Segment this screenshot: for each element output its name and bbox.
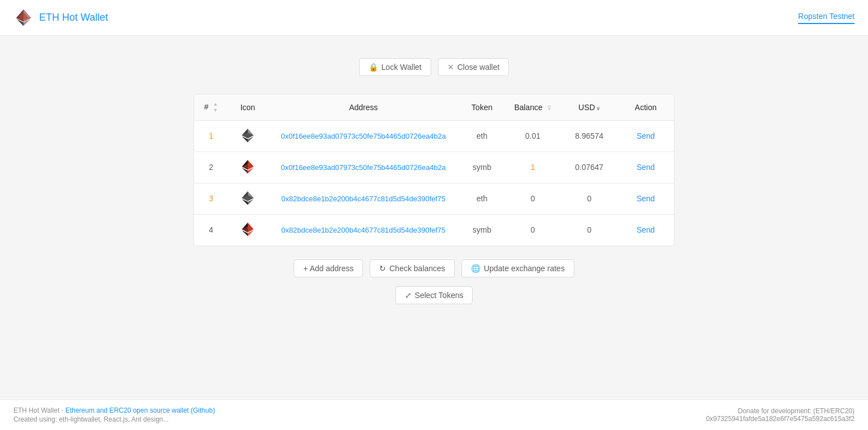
sort-up-icon[interactable]: ▲: [213, 101, 218, 107]
select-tokens-label: Select Tokens: [415, 291, 464, 300]
network-selector[interactable]: Ropsten Testnet: [798, 12, 855, 24]
eth-icon: [240, 190, 256, 206]
send-button[interactable]: Send: [636, 131, 655, 140]
balance-filter-icon[interactable]: ⊽: [547, 105, 551, 111]
address-link[interactable]: 0x0f16ee8e93ad07973c50fe75b4465d0726ea4b…: [281, 132, 446, 140]
lock-wallet-button[interactable]: 🔒 Lock Wallet: [359, 58, 431, 76]
row-balance: 0.01: [504, 120, 561, 152]
row-usd: 0: [561, 183, 617, 214]
usd-caret-icon: ∨: [596, 105, 600, 111]
col-header-address: Address: [267, 94, 459, 120]
row-num: 2: [194, 152, 228, 183]
row-balance: 0: [504, 183, 561, 214]
table-row: 2 0x0f16ee8e93ad07973c50fe75b4465d0726ea…: [194, 152, 674, 183]
send-button[interactable]: Send: [636, 194, 655, 203]
row-usd: 0: [561, 214, 617, 245]
row-action: Send: [617, 152, 674, 183]
footer-left-line1: ETH Hot Wallet - Ethereum and ERC20 open…: [13, 407, 215, 414]
update-rates-label: Update exchange rates: [484, 264, 565, 273]
globe-icon: 🌐: [471, 264, 480, 273]
sort-num-icons[interactable]: ▲ ▼: [213, 101, 218, 114]
app-title: ETH Hot Wallet: [39, 12, 108, 23]
address-link[interactable]: 0x82bdce8e1b2e200b4c4677c81d5d54de390fef…: [281, 226, 446, 234]
row-usd: 0.07647: [561, 152, 617, 183]
bottom-action-buttons: + Add address ↻ Check balances 🌐 Update …: [294, 259, 574, 277]
check-balances-button[interactable]: ↻ Check balances: [370, 259, 455, 277]
col-header-icon: Icon: [228, 94, 268, 120]
address-link[interactable]: 0x0f16ee8e93ad07973c50fe75b4465d0726ea4b…: [281, 163, 446, 172]
col-header-num: # ▲ ▼: [194, 94, 228, 120]
select-tokens-button[interactable]: ⤢ Select Tokens: [395, 286, 473, 304]
footer-right: Donate for development: (ETH/ERC20) 0x97…: [706, 407, 855, 423]
network-underline: [798, 23, 855, 24]
footer-left-text: ETH Hot Wallet -: [13, 407, 65, 414]
row-token: symb: [459, 214, 504, 245]
row-num: 3: [194, 183, 228, 214]
close-wallet-label: Close wallet: [457, 63, 499, 72]
lock-icon: 🔒: [369, 63, 378, 72]
footer-github-link[interactable]: Ethereum and ERC20 open source wallet (G…: [65, 407, 215, 414]
check-balances-label: Check balances: [389, 264, 445, 273]
send-button[interactable]: Send: [636, 163, 655, 172]
close-wallet-button[interactable]: ✕ Close wallet: [438, 58, 509, 76]
table-header-row: # ▲ ▼ Icon Address Token Balance ⊽ U: [194, 94, 674, 120]
col-header-token: Token: [459, 94, 504, 120]
row-address[interactable]: 0x82bdce8e1b2e200b4c4677c81d5d54de390fef…: [267, 183, 459, 214]
refresh-icon: ↻: [379, 264, 386, 273]
footer-left: ETH Hot Wallet - Ethereum and ERC20 open…: [13, 407, 215, 423]
footer-donate-address: 0x97325941fafde5a182e6f7e5475a592ac615a3…: [706, 415, 855, 423]
lock-wallet-label: Lock Wallet: [381, 63, 422, 72]
row-icon: [228, 183, 268, 214]
address-link[interactable]: 0x82bdce8e1b2e200b4c4677c81d5d54de390fef…: [281, 195, 446, 203]
table-row: 1 0x0f16ee8e93ad07973c50fe75b4465d0726ea…: [194, 120, 674, 152]
row-token: eth: [459, 120, 504, 152]
row-num: 4: [194, 214, 228, 245]
send-button[interactable]: Send: [636, 225, 655, 234]
network-label[interactable]: Ropsten Testnet: [798, 12, 855, 21]
row-token: symb: [459, 152, 504, 183]
wallet-action-buttons: 🔒 Lock Wallet ✕ Close wallet: [359, 58, 509, 76]
eth-icon: [240, 127, 256, 143]
select-tokens-area: ⤢ Select Tokens: [395, 286, 473, 304]
row-num: 1: [194, 120, 228, 152]
col-header-action: Action: [617, 94, 674, 120]
table-row: 3 0x82bdce8e1b2e200b4c4677c81d5d54de390f…: [194, 183, 674, 214]
symb-icon: [240, 221, 256, 237]
row-address[interactable]: 0x82bdce8e1b2e200b4c4677c81d5d54de390fef…: [267, 214, 459, 245]
row-action: Send: [617, 183, 674, 214]
symb-icon: [240, 159, 256, 174]
row-balance: 1: [504, 152, 561, 183]
app-header: ETH Hot Wallet Ropsten Testnet: [0, 0, 868, 36]
tokens-icon: ⤢: [405, 291, 412, 300]
sort-down-icon[interactable]: ▼: [213, 107, 218, 114]
row-action: Send: [617, 214, 674, 245]
main-content: 🔒 Lock Wallet ✕ Close wallet # ▲ ▼ Ic: [0, 36, 868, 399]
footer-left-line2: Created using: eth-lightwallet, React.js…: [13, 415, 215, 423]
close-icon: ✕: [447, 63, 454, 72]
add-address-button[interactable]: + Add address: [294, 259, 363, 277]
row-usd: 8.96574: [561, 120, 617, 152]
row-icon: [228, 152, 268, 183]
eth-logo-icon: [13, 8, 34, 28]
app-footer: ETH Hot Wallet - Ethereum and ERC20 open…: [0, 399, 868, 430]
row-icon: [228, 120, 268, 152]
row-balance: 0: [504, 214, 561, 245]
col-header-balance: Balance ⊽: [504, 94, 561, 120]
table-row: 4 0x82bdce8e1b2e200b4c4677c81d5d54de390f…: [194, 214, 674, 245]
logo-area: ETH Hot Wallet: [13, 8, 108, 28]
row-action: Send: [617, 120, 674, 152]
row-address[interactable]: 0x0f16ee8e93ad07973c50fe75b4465d0726ea4b…: [267, 152, 459, 183]
row-token: eth: [459, 183, 504, 214]
add-address-label: + Add address: [303, 264, 353, 273]
wallet-table: # ▲ ▼ Icon Address Token Balance ⊽ U: [194, 94, 674, 246]
footer-donate-label: Donate for development: (ETH/ERC20): [706, 407, 855, 415]
update-rates-button[interactable]: 🌐 Update exchange rates: [461, 259, 574, 277]
row-address[interactable]: 0x0f16ee8e93ad07973c50fe75b4465d0726ea4b…: [267, 120, 459, 152]
col-header-usd[interactable]: USD∨: [561, 94, 617, 120]
row-icon: [228, 214, 268, 245]
